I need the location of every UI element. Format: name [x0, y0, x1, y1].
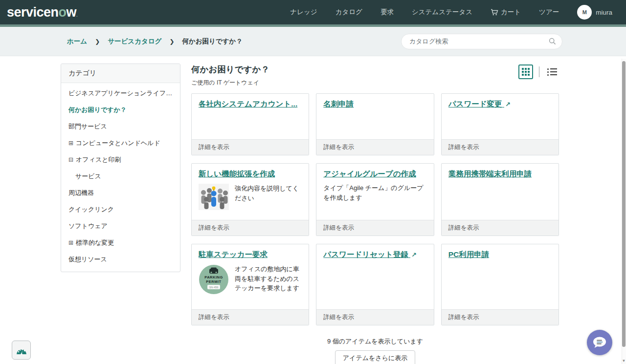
categories-panel: カテゴリ ビジネスアプリケーションライフサ... 何かお困りですか？ 部門サービ…	[61, 64, 180, 272]
nav-catalog[interactable]: カタログ	[335, 8, 362, 17]
show-details-link[interactable]: 詳細を表示	[442, 139, 559, 155]
catalog-search-box	[401, 34, 562, 49]
sidebar-item-office-printing[interactable]: ⊟オフィスと印刷	[61, 151, 180, 168]
servicenow-logo[interactable]: servicenow.	[7, 5, 77, 20]
sidebar-item-software[interactable]: ソフトウェア	[61, 218, 180, 235]
catalog-search-input[interactable]	[409, 38, 549, 45]
breadcrumb: ホーム ❯ サービスカタログ ❯ 何かお困りですか？	[67, 37, 243, 46]
grid-view-button[interactable]	[518, 64, 533, 79]
logo-text: servicen	[7, 5, 59, 20]
svg-text:PERMIT: PERMIT	[206, 279, 221, 284]
catalog-card-business-card-request: 名刺申請 詳細を表示	[316, 93, 434, 155]
show-details-link[interactable]: 詳細を表示	[192, 309, 309, 325]
top-nav-items: ナレッジ カタログ 要求 システムステータス カート ツアー M miura	[290, 5, 612, 20]
external-link-icon: ↗	[411, 251, 417, 258]
card-description: 強化内容を説明してください	[235, 184, 302, 210]
cart-icon	[491, 9, 498, 16]
sidebar-item-department-services[interactable]: 部門サービス	[61, 118, 180, 135]
sidebar-item-services[interactable]: サービス	[61, 168, 180, 185]
logo-text-end: w	[67, 5, 77, 20]
show-details-link[interactable]: 詳細を表示	[316, 139, 433, 155]
nav-requests[interactable]: 要求	[380, 8, 394, 17]
chat-widget-button[interactable]	[587, 330, 612, 355]
list-view-icon	[547, 68, 557, 70]
vertical-scrollbar[interactable]: ▼	[622, 59, 626, 364]
chevron-right-icon: ❯	[95, 38, 100, 45]
sidebar-item-quick-links[interactable]: クイックリンク	[61, 201, 180, 218]
user-name: miura	[596, 9, 612, 16]
nav-system-status[interactable]: システムステータス	[412, 8, 472, 17]
show-details-link[interactable]: 詳細を表示	[192, 139, 309, 155]
catalog-card-parking-sticker: 駐車ステッカー要求 PARKING PERMIT SN-456	[191, 244, 309, 325]
expand-icon[interactable]: ⊞	[68, 239, 73, 246]
svg-text:SN-456: SN-456	[209, 286, 219, 289]
sidebar-item-standard-changes[interactable]: ⊞標準的な変更	[61, 235, 180, 251]
sidebar-item-computers-handhelds[interactable]: ⊞コンピュータとハンドヘルド	[61, 135, 180, 151]
card-title-link[interactable]: 業務用携帯端末利用申請	[448, 169, 552, 179]
nav-tour[interactable]: ツアー	[539, 8, 559, 17]
gauge-icon	[16, 345, 27, 355]
chevron-right-icon: ❯	[169, 38, 174, 45]
expand-icon[interactable]: ⊞	[68, 140, 73, 147]
show-details-link[interactable]: 詳細を表示	[442, 220, 559, 236]
sidebar-item-business-app-lifecycle[interactable]: ビジネスアプリケーションライフサ...	[61, 85, 180, 102]
card-title-link[interactable]: PC利用申請	[448, 250, 552, 260]
scrollbar-thumb[interactable]	[622, 61, 626, 347]
card-description: オフィスの敷地内に車両を駐車するためのステッカーを要求します	[235, 264, 302, 295]
show-details-link[interactable]: 詳細を表示	[192, 220, 309, 236]
logo-accent-o: o	[59, 5, 67, 20]
view-toggle-divider	[539, 66, 539, 77]
catalog-main: 何かお困りですか？ ご使用の IT ゲートウェイ	[191, 64, 559, 364]
show-more-items-button[interactable]: アイテムをさらに表示	[335, 350, 415, 364]
card-description: タイプ「Agile チーム」のグループを作成します	[323, 183, 426, 202]
list-view-button[interactable]	[545, 66, 559, 78]
logo-mark: .	[76, 13, 77, 18]
user-menu[interactable]: M miura	[577, 5, 612, 20]
search-icon[interactable]	[549, 38, 556, 45]
breadcrumb-current: 何かお困りですか？	[182, 37, 242, 46]
view-toggles	[518, 64, 559, 79]
catalog-card-create-enhancement: 新しい機能拡張を作成	[191, 163, 309, 236]
breadcrumb-service-catalog[interactable]: サービスカタログ	[108, 37, 161, 46]
sidebar-item-can-we-help-you[interactable]: 何かお困りですか？	[61, 102, 180, 118]
item-count-text: 9 個のアイテムを表示しています	[191, 337, 559, 346]
main-header: 何かお困りですか？ ご使用の IT ゲートウェイ	[191, 64, 559, 87]
catalog-card-pc-usage-request: PC利用申請 詳細を表示	[441, 244, 559, 325]
sidebar-item-peripherals[interactable]: 周辺機器	[61, 185, 180, 201]
page-title: 何かお困りですか？	[191, 64, 269, 75]
categories-title: カテゴリ	[61, 64, 180, 83]
categories-list: ビジネスアプリケーションライフサ... 何かお困りですか？ 部門サービス ⊞コン…	[61, 83, 180, 272]
parking-permit-image: PARKING PERMIT SN-456	[199, 264, 229, 295]
show-details-link[interactable]: 詳細を表示	[316, 220, 433, 236]
sidebar-item-virtual-resources[interactable]: 仮想リソース	[61, 251, 180, 268]
content-area: カテゴリ ビジネスアプリケーションライフサ... 何かお困りですか？ 部門サービ…	[0, 56, 626, 364]
catalog-cards-grid: 各社内システムアカウント... 詳細を表示 名刺申請 詳細を表示 パスワード変更…	[191, 93, 559, 325]
svg-text:PARKING: PARKING	[204, 275, 223, 279]
nav-cart[interactable]: カート	[491, 8, 521, 17]
scrollbar-down-arrow[interactable]: ▼	[622, 359, 626, 363]
grid-view-icon	[522, 68, 530, 76]
team-figures-image	[199, 184, 229, 210]
collapse-icon[interactable]: ⊟	[68, 156, 73, 163]
dashboard-widget-button[interactable]	[12, 341, 31, 360]
top-navbar: servicenow. ナレッジ カタログ 要求 システムステータス カート ツ…	[0, 0, 626, 24]
card-title-link[interactable]: 名刺申請	[323, 99, 426, 109]
breadcrumb-home[interactable]: ホーム	[67, 37, 87, 46]
catalog-card-business-mobile-request: 業務用携帯端末利用申請 詳細を表示	[441, 163, 559, 236]
breadcrumb-band: ホーム ❯ サービスカタログ ❯ 何かお困りですか？	[0, 27, 626, 56]
service-catalog-page: servicenow. ナレッジ カタログ 要求 システムステータス カート ツ…	[0, 0, 626, 364]
card-title-link[interactable]: パスワード変更 ↗	[448, 99, 552, 109]
card-title-link[interactable]: パスワードリセット登録 ↗	[323, 250, 426, 260]
chat-bubble-icon	[592, 336, 607, 349]
catalog-card-create-agile-group: アジャイルグループの作成 タイプ「Agile チーム」のグループを作成します 詳…	[316, 163, 434, 236]
card-title-link[interactable]: 駐車ステッカー要求	[199, 250, 302, 260]
catalog-card-password-change: パスワード変更 ↗ 詳細を表示	[441, 93, 559, 155]
show-details-link[interactable]: 詳細を表示	[442, 309, 559, 325]
card-title-link[interactable]: 各社内システムアカウント...	[199, 99, 302, 109]
card-title-link[interactable]: 新しい機能拡張を作成	[199, 169, 302, 179]
show-details-link[interactable]: 詳細を表示	[316, 309, 433, 325]
avatar: M	[577, 5, 592, 20]
catalog-card-internal-system-account: 各社内システムアカウント... 詳細を表示	[191, 93, 309, 155]
card-title-link[interactable]: アジャイルグループの作成	[323, 169, 426, 179]
nav-knowledge[interactable]: ナレッジ	[290, 8, 317, 17]
